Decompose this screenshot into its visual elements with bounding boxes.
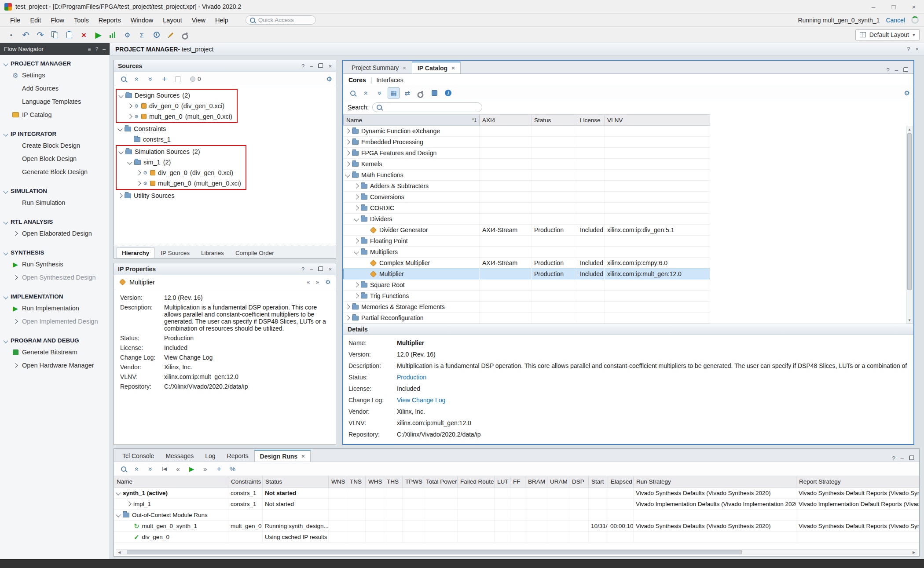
flownav-item-open-block-design[interactable]: Open Block Design [0, 152, 110, 165]
collapse-all-button[interactable]: « [131, 463, 143, 474]
catalog-row-floating-point[interactable]: Floating Point [343, 236, 710, 247]
back-button[interactable]: « [172, 463, 184, 474]
settings-button[interactable]: ⚙ [121, 29, 134, 41]
menu-tools[interactable]: Tools [69, 15, 94, 25]
editor-tab-project-summary[interactable]: Project Summary× [346, 62, 412, 73]
redo-button[interactable]: ↷ [33, 29, 47, 41]
help-button[interactable]: ? [887, 67, 890, 73]
chevron-down-icon[interactable] [118, 149, 123, 154]
column-header-tns[interactable]: TNS [347, 476, 366, 487]
chevron-right-icon[interactable] [354, 293, 359, 298]
hierarchy-button[interactable]: ▦ [388, 87, 400, 98]
expand-all-button[interactable]: » [145, 463, 157, 474]
chevron-right-icon[interactable] [354, 194, 359, 199]
help-button[interactable]: ? [907, 46, 910, 52]
chevron-down-icon[interactable] [3, 219, 8, 224]
flownav-item-generate-bitstream[interactable]: Generate Bitstream [0, 346, 110, 359]
chevron-down-icon[interactable] [118, 93, 123, 98]
chevron-down-icon[interactable] [3, 61, 8, 66]
edit-button[interactable] [164, 29, 178, 41]
column-header-start[interactable]: Start [589, 476, 608, 487]
flownav-item-ip-catalog[interactable]: IP Catalog [0, 108, 110, 121]
flownav-item-run-synthesis[interactable]: ▶Run Synthesis [0, 258, 110, 271]
minimize-icon[interactable]: – [103, 47, 106, 52]
chevron-down-icon[interactable] [3, 338, 8, 343]
close-icon[interactable]: × [301, 453, 305, 459]
subtab-interfaces[interactable]: Interfaces [376, 76, 403, 84]
catalog-row-complex-multiplier[interactable]: Complex MultiplierAXI4-StreamProductionI… [343, 258, 710, 269]
source-item-constraints[interactable]: Constraints [116, 124, 334, 134]
flownav-item-run-simulation[interactable]: Run Simulation [0, 196, 110, 209]
chevron-down-icon[interactable] [3, 294, 8, 299]
column-header-elapsed[interactable]: Elapsed [608, 476, 634, 487]
chevron-right-icon[interactable] [13, 231, 18, 236]
scroll-up-button[interactable]: ▲ [907, 126, 912, 132]
catalog-row-memories-storage-elements[interactable]: Memories & Storage Elements [343, 302, 710, 313]
chevron-down-icon[interactable] [3, 250, 8, 255]
quick-access-search[interactable]: Quick Access [246, 15, 316, 25]
catalog-row-multiplier[interactable]: MultiplierProductionIncludedxilinx.com:i… [343, 269, 710, 280]
float-button[interactable] [318, 266, 323, 273]
file-button[interactable] [172, 73, 184, 84]
chevron-right-icon[interactable] [127, 103, 132, 108]
source-item-sim-1[interactable]: sim_1 (2) [117, 157, 241, 167]
source-item-div-gen-0[interactable]: ⚙div_gen_0 (div_gen_0.xci) [117, 167, 241, 178]
minimize-button[interactable]: – [310, 63, 313, 69]
run-row-out-of-context-module-runs[interactable]: Out-of-Context Module Runs [114, 510, 919, 521]
source-item-utility-sources[interactable]: Utility Sources [116, 190, 334, 201]
scrollbar-thumb[interactable] [127, 550, 742, 554]
catalog-row-divider-generator[interactable]: Divider GeneratorAXI4-StreamProductionIn… [343, 225, 710, 236]
field-value-link[interactable]: View Change Log [164, 354, 330, 361]
catalog-row-math-functions[interactable]: Math Functions [343, 170, 710, 181]
source-item-mult-gen-0[interactable]: ⚙mult_gen_0 (mult_gen_0.xci) [117, 178, 241, 189]
flownav-item-create-block-design[interactable]: Create Block Design [0, 139, 110, 152]
catalog-row-cordic[interactable]: CORDIC [343, 203, 710, 214]
chevron-right-icon[interactable] [354, 282, 359, 287]
menu-flow[interactable]: Flow [46, 15, 69, 25]
column-header-total-power[interactable]: Total Power [423, 476, 458, 487]
chevron-right-icon[interactable] [127, 114, 132, 119]
menu-help[interactable]: Help [210, 15, 233, 25]
flownav-item-generate-block-design[interactable]: Generate Block Design [0, 165, 110, 178]
forward-button[interactable]: » [316, 279, 319, 285]
chevron-right-icon[interactable] [345, 150, 350, 155]
column-header-uram[interactable]: URAM [547, 476, 569, 487]
back-button[interactable]: « [307, 279, 310, 285]
collapse-all-button[interactable]: « [360, 87, 372, 98]
console-tab-reports[interactable]: Reports [221, 450, 254, 462]
run-row-impl-1[interactable]: impl_1constrs_1Not startedVivado Impleme… [114, 499, 919, 510]
column-header-status[interactable]: Status [263, 476, 329, 487]
help-button[interactable]: ? [892, 455, 895, 462]
chip-button[interactable] [429, 87, 440, 98]
scrollbar-track[interactable] [122, 550, 911, 555]
menu-layout[interactable]: Layout [158, 15, 187, 25]
minimize-button[interactable]: – [901, 455, 904, 462]
column-header-status[interactable]: Status [532, 115, 577, 125]
sources-panel-header[interactable]: Sources ?–× [114, 60, 336, 72]
float-button[interactable] [909, 455, 914, 462]
menu-edit[interactable]: Edit [25, 15, 46, 25]
settings-button[interactable]: ⚙ [325, 279, 330, 285]
chevron-right-icon[interactable] [126, 501, 131, 506]
menu-window[interactable]: Window [126, 15, 158, 25]
settings-gear-icon[interactable]: ⚙ [326, 76, 332, 82]
menu-icon[interactable]: ≡ [88, 47, 91, 52]
scroll-down-button[interactable]: ▼ [907, 317, 912, 323]
chevron-down-icon[interactable] [116, 512, 121, 517]
column-header-license[interactable]: License [577, 115, 605, 125]
column-header-ths[interactable]: THS [384, 476, 403, 487]
scroll-right-button[interactable]: ▶ [911, 550, 917, 555]
field-value-link[interactable]: Production [397, 374, 908, 381]
sources-tab-hierarchy[interactable]: Hierarchy [117, 248, 154, 258]
ip-properties-header[interactable]: IP Properties ?–× [114, 263, 336, 275]
chevron-right-icon[interactable] [13, 319, 18, 324]
run-row-synth-1-active[interactable]: synth_1 (active)constrs_1Not startedViva… [114, 488, 919, 499]
field-value-link[interactable]: View Change Log [397, 397, 908, 404]
sources-tab-compile-order[interactable]: Compile Order [230, 248, 279, 258]
catalog-row-embedded-processing[interactable]: Embedded Processing [343, 137, 710, 148]
paste-button[interactable] [62, 29, 76, 41]
scrollbar-thumb[interactable] [907, 133, 912, 290]
run-button[interactable]: ▶ [92, 29, 105, 41]
sum-button[interactable]: Σ [135, 29, 149, 41]
flownav-item-language-templates[interactable]: Language Templates [0, 95, 110, 108]
